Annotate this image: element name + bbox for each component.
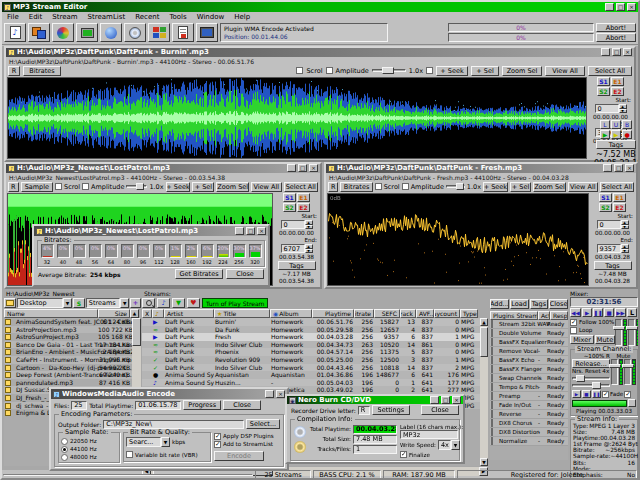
e1-button[interactable]: E1 [613, 193, 626, 202]
scroll-checkbox[interactable] [55, 183, 62, 190]
plugin-row[interactable]: Fade In/Out - Ready [490, 401, 568, 410]
column-avf[interactable]: AVF... [416, 309, 434, 318]
tags-button[interactable]: Tags [594, 261, 632, 270]
scroll-up-button[interactable]: ▲ [130, 309, 139, 318]
wave-a-titlebar[interactable]: ♪ H:\Audio\MP3z\DaftPunk\DaftPunk - Burn… [6, 48, 634, 57]
zoom-sel-button[interactable]: Zoom Sel [502, 66, 542, 76]
vbr-checkbox[interactable] [126, 451, 133, 458]
nero-close-x[interactable]: × [452, 396, 461, 404]
display-button[interactable] [196, 23, 218, 42]
menu-item[interactable]: Recent [130, 13, 164, 21]
finalize-checkbox[interactable] [400, 451, 407, 458]
column-plugins[interactable]: Plugins Stream [490, 311, 538, 320]
column-title[interactable]: ★Title [214, 309, 270, 318]
channel-fader-left[interactable] [611, 359, 618, 385]
release-button[interactable]: Release... [572, 359, 610, 368]
plugin-row[interactable]: BassFX Echo - Ready [490, 356, 568, 365]
tags-button[interactable]: Tags [278, 261, 316, 270]
end-spinner[interactable]: 9357▲▼ [597, 244, 629, 253]
nero-minimize[interactable]: _ [430, 396, 439, 404]
tags-button[interactable]: Tags [530, 299, 549, 309]
filter-dropdown[interactable]: Streams▼ [86, 298, 129, 308]
column-x[interactable]: X [142, 309, 152, 318]
get-bitrates-button[interactable]: Get Bitrates [175, 269, 223, 279]
bitrates-minimize[interactable]: _ [235, 227, 244, 235]
column-bitrate[interactable]: Bitrate [354, 309, 374, 318]
wma-minimize[interactable]: _ [265, 390, 274, 398]
mute-button[interactable]: Mute [595, 335, 615, 344]
sphere-button[interactable] [100, 23, 122, 42]
label-value[interactable]: MP3z [400, 430, 458, 439]
waveform-display-burnin[interactable] [7, 77, 587, 159]
favorite-button[interactable]: ♥ [187, 298, 200, 308]
master-fader-left[interactable] [615, 319, 622, 346]
encode-button[interactable]: Encode [214, 451, 264, 461]
mixer-button[interactable]: Mixer [570, 335, 594, 344]
minimize-button[interactable]: _ [605, 3, 614, 11]
start-spinner[interactable]: 0▲▼ [597, 220, 629, 229]
radio-icon[interactable] [61, 454, 68, 461]
stream-row[interactable]: ✓ Daft Punk Indo Silver Club Homework 00… [142, 364, 480, 372]
bitrates-close-x[interactable]: × [257, 227, 266, 235]
sel-button[interactable]: + Sel [471, 66, 499, 76]
wma-titlebar[interactable]: ♪ WindowsMediaAudio Encode _ × [51, 389, 287, 399]
plugin-row[interactable]: Reverse - Ready [490, 410, 568, 419]
channel-slider-2[interactable] [572, 382, 610, 389]
plugin-row[interactable]: DX8 Distortion - Ready [490, 428, 568, 437]
wave-b-minimize[interactable]: _ [287, 164, 296, 172]
marker-b-button[interactable]: B [622, 120, 632, 129]
bitrates-button[interactable]: Bitrates [23, 66, 61, 76]
record-button[interactable]: R [8, 182, 19, 192]
load-button[interactable]: Load [510, 299, 529, 309]
stream-note-button[interactable]: ♪ [157, 298, 170, 308]
plugin-checkbox[interactable] [491, 329, 493, 338]
master-fader-right[interactable] [628, 319, 635, 346]
stream-row[interactable]: ≈ Daft Punk Da Funk Homework 00.05.29.58… [142, 326, 480, 334]
open-button[interactable] [28, 23, 50, 42]
menu-item[interactable]: StreamList [83, 13, 131, 21]
scroll-checkbox[interactable] [296, 67, 303, 74]
plugin-checkbox[interactable] [491, 428, 493, 437]
menu-item[interactable]: Window [192, 13, 230, 21]
wma-close-button[interactable]: Close [223, 400, 261, 410]
plugin-row[interactable]: Swap Channels - Ready [490, 374, 568, 383]
plugin-checkbox[interactable] [491, 419, 493, 428]
file-row[interactable]: Deep Forest (Ambient-Trance-Techno)... 6… [4, 371, 132, 379]
plugin-checkbox[interactable] [491, 347, 493, 356]
end-spinner[interactable]: 6707▲▼ [281, 244, 313, 253]
stream-row[interactable]: ≈ Daft Punk Phoenix Homework 00.04.57.14… [142, 348, 480, 356]
channel-play-button[interactable]: ▶ [572, 390, 581, 398]
play-stream-toggle[interactable]: Turn of Play Stream [202, 298, 268, 308]
burn-cd-button[interactable] [124, 23, 146, 42]
amplitude-checkbox[interactable] [326, 67, 333, 74]
channel-slider-1[interactable] [572, 375, 610, 382]
sample-button[interactable]: Sample [21, 182, 54, 192]
monitor-green-button[interactable] [76, 23, 98, 42]
color-wheel-button[interactable] [52, 23, 74, 42]
s2-button[interactable]: S2 [599, 203, 612, 212]
radio-icon[interactable] [61, 438, 68, 445]
progress-button[interactable]: Progress [183, 400, 221, 410]
plugin-checkbox[interactable] [491, 374, 493, 383]
record-button[interactable]: R [8, 66, 20, 76]
file-row[interactable]: AstroProjection.mp3 100 722 KB [4, 326, 132, 334]
file-row[interactable]: AnimaSoundSystem feat. JC001 - Collag...… [4, 318, 132, 326]
find-stream-button[interactable] [142, 298, 155, 308]
plugin-row[interactable]: DX8 Chorus - Ready [490, 419, 568, 428]
file-row[interactable]: BrianEno - Ambient - MusicForAirports2-.… [4, 348, 132, 356]
new-stream-button[interactable]: ♪ [4, 23, 26, 42]
plugin-checkbox[interactable] [491, 320, 493, 329]
write-speed-dropdown[interactable]: 4x▼ [438, 440, 460, 450]
view-all-button[interactable]: View All [251, 182, 282, 192]
close-button[interactable]: × [627, 3, 636, 11]
seek-checkbox[interactable] [426, 67, 433, 74]
column-response[interactable]: Response [550, 311, 568, 320]
streams-vscrollbar[interactable]: ▲ ▼ [480, 318, 488, 466]
stream-row[interactable]: ♪ Anima Sound System Huszin... - 00.05.0… [142, 379, 480, 387]
s1-button[interactable]: S1 [283, 193, 296, 202]
follow-checkbox[interactable] [570, 319, 577, 326]
bitrates-titlebar[interactable]: ♪ H:\Audio\MP3z_Newest\LostPatrol.mp3 _ … [34, 226, 268, 236]
folder-up-button[interactable] [4, 298, 16, 308]
seek-button[interactable]: + Seek [483, 182, 508, 192]
plugin-checkbox[interactable] [491, 338, 493, 347]
